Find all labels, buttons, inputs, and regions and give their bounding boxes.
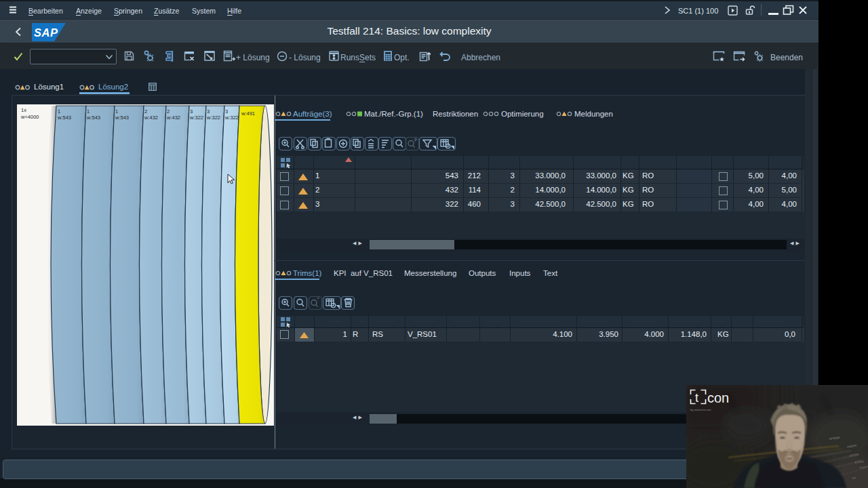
svg-text:w:543: w:543 xyxy=(86,115,100,121)
svg-text:1: 1 xyxy=(115,108,118,115)
svg-text:3: 3 xyxy=(207,108,210,115)
svg-text:w:322: w:322 xyxy=(224,115,239,121)
svg-text:w:543: w:543 xyxy=(57,115,71,121)
svg-text:2: 2 xyxy=(167,108,170,115)
svg-text:NV: NV xyxy=(852,476,856,480)
svg-text:1: 1 xyxy=(58,108,60,115)
svg-text:by www.tcon.me: by www.tcon.me xyxy=(690,408,711,411)
svg-text:con: con xyxy=(707,390,729,405)
svg-text:w:432: w:432 xyxy=(166,115,180,121)
svg-text:w:322: w:322 xyxy=(189,115,203,121)
svg-text:3: 3 xyxy=(225,108,228,115)
svg-text:2: 2 xyxy=(144,108,147,115)
svg-text:w:432: w:432 xyxy=(144,115,158,121)
svg-text:t: t xyxy=(695,391,698,405)
svg-text:w=4000: w=4000 xyxy=(20,114,39,120)
svg-text:w:491: w:491 xyxy=(241,110,255,117)
svg-text:w:543: w:543 xyxy=(115,115,129,121)
svg-text:1x: 1x xyxy=(21,107,26,113)
svg-text:1: 1 xyxy=(87,108,90,115)
svg-text:3: 3 xyxy=(190,108,193,115)
svg-text:w:322: w:322 xyxy=(206,115,220,121)
